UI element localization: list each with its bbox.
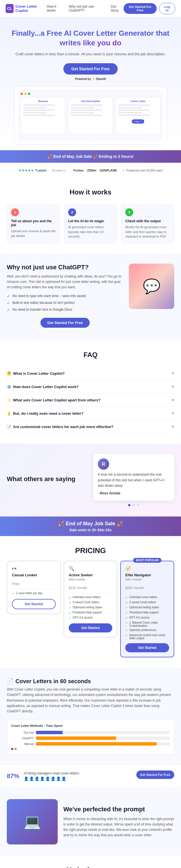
check-item-1: ✓ Built-in text editor because AI isn't … — [7, 301, 123, 305]
nav-login-button[interactable]: Log in — [159, 3, 175, 14]
chart-label-0: Our tool — [11, 731, 34, 734]
step-2-desc: AI generated cover letters typically tak… — [68, 225, 113, 239]
cover60-section: 📄 Cover Letters in 60 seconds With Cover… — [0, 668, 181, 765]
logo-icon: CL — [6, 4, 13, 13]
pricing-feature-elite-1: ✓5 saved Cover letters — [125, 601, 169, 604]
pricing-price-active: $15/ month — [69, 583, 113, 591]
prompt-visual: 💻 — [7, 799, 58, 844]
pricing-cta-casual[interactable]: Get Started — [12, 599, 56, 609]
app-panel-output: Cover Letter Copy ↗ — [116, 97, 160, 134]
pricing-cta-elite[interactable]: Get Started — [125, 643, 169, 652]
pricing-feature-elite-2: ✓Optimized writing styles — [125, 606, 169, 610]
nav-links: How it works Why not just use ChatGPT? O… — [47, 4, 123, 12]
press-logo-zdnet: ZDNet — [87, 169, 96, 172]
news-section: Us in the news ⌨️ ZDNet Whether this is … — [0, 856, 181, 868]
pricing-cta-active[interactable]: Get Started — [69, 623, 113, 632]
pricing-card-active: 🔍 Active Seeker $30 / month $15/ month ✓… — [64, 561, 118, 638]
pricing-feature-elite-0: ✓Unlimited cover letters — [125, 596, 169, 599]
faq-title: FAQ — [7, 351, 174, 359]
hiring-stat-block: 87% — [7, 772, 19, 780]
testimonial-text: It took me a second to understand the tr… — [98, 472, 170, 489]
pricing-feature-casual-0: ✓ 1 cover letter per day — [12, 592, 56, 596]
step-1-num: 1 — [11, 208, 19, 216]
pricing-emoji-elite: 🧭 — [125, 566, 169, 571]
logo[interactable]: CL Cover Letter Copilot — [6, 4, 47, 13]
faq-q-text-0: 🤔What is Cover Letter Copilot? — [7, 371, 65, 376]
hiring-text: of hiring managers read cover letters 👤 … — [24, 771, 132, 782]
testimonials-heading: What others are saying — [7, 475, 88, 485]
testimonial-dot-1[interactable] — [133, 504, 135, 506]
logo-text: Cover Letter Copilot — [15, 4, 47, 13]
chart-bar-bg-2 — [36, 742, 170, 746]
hiring-cta-wrap: Get Started For Free — [136, 771, 174, 782]
chart-label-1: ChatGPT — [11, 737, 34, 740]
pricing-feature-elite-4: ✓GPT-4.5 access — [125, 616, 169, 620]
faq-chevron-1: + — [172, 384, 174, 389]
pricing-name-elite: Elite Navigator — [125, 573, 169, 577]
pricing-card-elite: MOST POPULAR 🧭 Elite Navigator $45 / mon… — [120, 561, 174, 657]
cover60-body: With Cover Letter Copilot, you can now g… — [7, 687, 174, 714]
pricing-name-casual: Casual Looker — [12, 573, 56, 577]
press-logo-forbes: Forbes — [73, 169, 84, 172]
press-section: ★★★★★ Trustpilot As seen in Forbes ZDNet… — [0, 163, 181, 178]
chatgpt-cta-button[interactable]: Get Started For Free — [40, 318, 89, 328]
hero-subtext: Craft cover letters in less than a minut… — [8, 51, 173, 57]
faq-item-2[interactable]: ✨What sets Cover Letter Copilot apart fr… — [7, 394, 174, 407]
faq-chevron-2: + — [172, 397, 174, 403]
faq-item-3[interactable]: 💡But, do I really even need a cover lett… — [7, 407, 174, 420]
hiring-cta-button[interactable]: Get Started For Free — [136, 771, 174, 779]
trustpilot-label: Trustpilot — [35, 169, 47, 172]
faq-q-text-4: 📝Are customized cover letters for each j… — [7, 425, 113, 429]
chart-bar-1 — [36, 737, 116, 740]
chart-bar-bg-0 — [36, 731, 170, 734]
person-icon-2: 👤 — [29, 776, 34, 782]
powered-by: Powered by ⚡ OpenAI — [8, 78, 173, 81]
chart-legend — [11, 748, 170, 750]
how-it-works-section: How it works 1 Tell us about you and the… — [0, 178, 181, 253]
step-1-title: Tell us about you and the job — [11, 219, 56, 227]
faq-item-1[interactable]: ⚙️How does Cover Letter Copilot work? + — [7, 380, 174, 394]
faq-q-text-2: ✨What sets Cover Letter Copilot apart fr… — [7, 398, 100, 402]
person-icon-8: 👤 — [61, 776, 66, 782]
testimonials-title: What others are saying — [7, 475, 88, 483]
faq-item-4[interactable]: 📝Are customized cover letters for each j… — [7, 420, 174, 433]
faq-item-0[interactable]: 🤔What is Cover Letter Copilot? + — [7, 367, 174, 380]
testimonials-card-area: R It took me a second to understand the … — [93, 454, 174, 506]
trustpilot-stars: ★★★★★ — [19, 168, 34, 172]
testimonial-dot-0[interactable] — [128, 504, 131, 506]
nav-cta-button[interactable]: Get Started For Free — [123, 3, 157, 14]
press-logos: Forbes ZDNet GENPLANE — [73, 169, 117, 172]
check-item-2: ✓ No need to transfer text to Google Doc… — [7, 308, 123, 312]
legend-dot-orange — [14, 748, 17, 750]
faq-chevron-4: + — [172, 424, 174, 429]
pricing-emoji-active: 🔍 — [69, 566, 113, 571]
chatgpt-body: Well, you don't need a workaround by cha… — [7, 274, 123, 290]
faq-q-text-1: ⚙️How does Cover Letter Copilot work? — [7, 385, 79, 389]
nav-link-how-it-works[interactable]: How it works — [47, 4, 64, 12]
person-icon-3: 👤 — [35, 776, 39, 782]
chart-bar-2 — [36, 742, 157, 746]
pricing-feature-active-1: ✓5 saved Cover letters — [69, 601, 113, 604]
press-as-seen-label: As seen in — [52, 169, 66, 172]
pricing-title: PRICING — [7, 546, 174, 555]
prompt-section: 💻 We've perfected the prompt When it com… — [0, 788, 181, 856]
hiring-banner: 87% of hiring managers read cover letter… — [0, 765, 181, 788]
nav-link-story[interactable]: Our Story — [111, 4, 123, 12]
hero-section: Finally...a Free AI Cover Letter Generat… — [0, 17, 181, 150]
chart-row-2: Manual — [11, 742, 170, 746]
chart-bar-bg-1 — [36, 737, 170, 740]
chatgpt-illustration: 💬 — [129, 264, 174, 309]
pricing-emoji-casual: 👀 — [12, 566, 56, 571]
sale-banner-2-subtitle: Sale ends in 3h 43m 33s — [4, 528, 177, 532]
step-3: 3 Check with the output Modify the AI ge… — [121, 204, 174, 243]
chart-title: Cover Letter Methods - Time Spent — [11, 724, 170, 727]
testimonial-dot-2[interactable] — [137, 504, 139, 506]
nav-link-chatgpt[interactable]: Why not just use ChatGPT? — [69, 4, 106, 12]
pricing-feature-elite-7: ✓Advanced control over cover letter outp… — [125, 633, 169, 640]
hero-cta-button[interactable]: Get Started For Free — [63, 63, 117, 74]
testimonials-section: What others are saying R It took me a se… — [0, 444, 181, 517]
pricing-cards: 👀 Casual Looker Free ✓ 1 cover letter pe… — [7, 561, 174, 657]
faq-section: FAQ 🤔What is Cover Letter Copilot? + ⚙️H… — [0, 341, 181, 444]
pricing-feature-active-0: ✓Unlimited cover letters — [69, 596, 113, 599]
prompt-body: When it comes to interacting with AI, it… — [63, 816, 174, 838]
